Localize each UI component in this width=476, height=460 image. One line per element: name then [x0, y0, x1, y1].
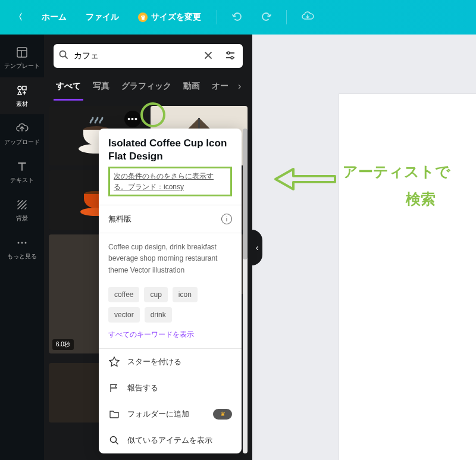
category-tabs: すべて 写真 グラフィック 動画 オー › — [44, 75, 252, 101]
star-action[interactable]: スターを付ける — [99, 349, 242, 375]
divider — [217, 10, 217, 24]
sidebar-item-label: 背景 — [16, 214, 28, 223]
redo-button[interactable] — [254, 6, 278, 29]
more-icon — [15, 236, 29, 250]
action-label: スターを付ける — [127, 356, 232, 367]
canvas-page[interactable] — [339, 94, 476, 460]
duration-badge: 6.0秒 — [52, 339, 74, 350]
action-label: 報告する — [127, 383, 232, 393]
keyword-tag[interactable]: vector — [108, 307, 140, 323]
popover-title: Isolated Coffee Cup Icon Flat Design — [108, 137, 232, 163]
sidebar-item-label: アップロード — [4, 138, 40, 146]
sidebar-item-elements[interactable]: 素材 — [0, 77, 44, 114]
svg-point-6 — [21, 242, 23, 244]
sidebar-item-background[interactable]: 背景 — [0, 192, 44, 229]
sidebar-item-label: テキスト — [10, 176, 34, 184]
svg-point-3 — [18, 86, 21, 90]
svg-point-5 — [18, 242, 20, 244]
undo-icon — [231, 11, 243, 23]
tab-photos[interactable]: 写真 — [90, 75, 112, 101]
tab-videos[interactable]: 動画 — [181, 75, 202, 101]
action-label: 似ているアイテムを表示 — [127, 435, 232, 446]
undo-button[interactable] — [226, 6, 249, 29]
search-input[interactable] — [74, 51, 196, 61]
clear-search-button[interactable] — [201, 48, 215, 64]
background-icon — [15, 198, 29, 212]
sidebar-item-templates[interactable]: テンプレート — [0, 39, 44, 76]
svg-rect-0 — [17, 48, 27, 57]
sidebar-item-label: 素材 — [16, 100, 28, 108]
sidebar-item-more[interactable]: もっと見る — [0, 230, 44, 267]
file-button[interactable]: ファイル — [79, 7, 126, 27]
svg-point-13 — [231, 57, 233, 59]
folder-icon — [108, 408, 120, 420]
tab-graphics[interactable]: グラフィック — [119, 75, 174, 101]
keyword-tag[interactable]: drink — [145, 307, 172, 323]
keyword-tag[interactable]: icon — [173, 287, 198, 302]
home-button[interactable]: ホーム — [35, 7, 74, 27]
canvas-area[interactable] — [252, 35, 476, 460]
tab-audio[interactable]: オー — [209, 75, 231, 101]
item-more-button[interactable]: ••• — [124, 111, 141, 127]
resize-button[interactable]: ♛ サイズを変更 — [131, 7, 208, 27]
crown-icon: ♛ — [138, 12, 148, 22]
cloud-sync-button[interactable] — [295, 5, 320, 30]
upload-icon — [15, 121, 29, 136]
tab-all[interactable]: すべて — [54, 75, 83, 101]
svg-line-9 — [65, 57, 68, 59]
tabs-scroll-right[interactable]: › — [238, 75, 241, 101]
chevron-left-icon: 〈 — [14, 12, 23, 23]
svg-point-7 — [25, 242, 27, 244]
panel-collapse-button[interactable] — [252, 230, 262, 265]
sidebar: テンプレート 素材 アップロード テキスト 背景 もっと見る — [0, 35, 44, 460]
info-icon[interactable]: i — [221, 214, 232, 224]
elements-icon — [15, 83, 29, 98]
show-all-keywords-link[interactable]: すべてのキーワードを表示 — [108, 330, 232, 340]
sidebar-item-uploads[interactable]: アップロード — [0, 115, 44, 152]
keyword-tag[interactable]: cup — [144, 287, 167, 302]
plan-label: 無料版 — [108, 214, 131, 224]
filter-icon — [225, 50, 236, 61]
artist-link[interactable]: 次の条件のものをさらに表示する。ブランド：iconsy — [114, 171, 227, 192]
sidebar-item-label: テンプレート — [4, 62, 40, 70]
filter-button[interactable] — [223, 48, 238, 65]
sidebar-item-text[interactable]: テキスト — [0, 154, 44, 190]
item-details-popover: Isolated Coffee Cup Icon Flat Design 次の条… — [99, 129, 242, 453]
template-icon — [15, 45, 29, 60]
premium-badge: ♛ — [213, 409, 232, 420]
popover-scrollbar[interactable] — [242, 129, 249, 453]
star-icon — [108, 356, 120, 368]
item-description: Coffee cup design, drink breakfast bever… — [108, 242, 232, 276]
sidebar-item-label: もっと見る — [7, 252, 37, 261]
folder-action[interactable]: フォルダーに追加 ♛ — [99, 401, 242, 427]
cloud-icon — [301, 10, 314, 23]
back-button[interactable]: 〈 — [7, 7, 30, 27]
svg-line-24 — [116, 442, 118, 444]
similar-action[interactable]: 似ているアイテムを表示 — [99, 427, 242, 453]
divider — [286, 10, 287, 24]
svg-rect-4 — [23, 86, 26, 90]
crown-icon: ♛ — [220, 411, 226, 417]
keyword-tag[interactable]: coffee — [108, 287, 139, 302]
resize-label: サイズを変更 — [151, 12, 201, 23]
search-box — [54, 44, 243, 68]
svg-point-12 — [227, 52, 230, 54]
search-icon — [108, 434, 120, 446]
report-action[interactable]: 報告する — [99, 375, 242, 401]
action-label: フォルダーに追加 — [127, 409, 206, 420]
close-icon — [203, 51, 213, 60]
flag-icon — [108, 382, 120, 394]
top-toolbar: 〈 ホーム ファイル ♛ サイズを変更 — [0, 0, 476, 35]
redo-icon — [260, 11, 272, 23]
text-icon — [15, 159, 29, 174]
search-icon — [58, 49, 69, 62]
